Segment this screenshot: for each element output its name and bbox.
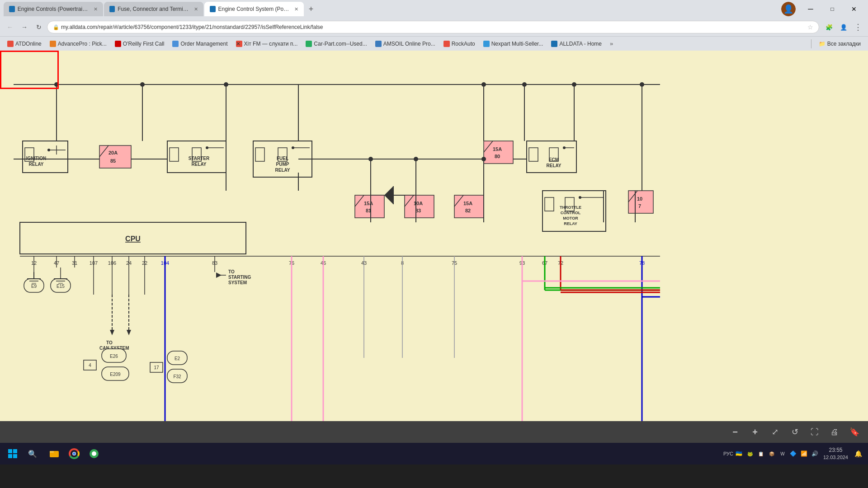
back-button[interactable]: ← xyxy=(4,21,16,33)
volume-icon[interactable]: 🔊 xyxy=(811,449,820,458)
bookmark-advancepro-icon xyxy=(50,41,56,47)
bookmark-amsoil-icon xyxy=(375,41,382,47)
url-text: my.alldata.com/repair/#/article/63756/co… xyxy=(61,24,806,30)
tab-1-label: Engine Controls (Powertrain M... xyxy=(18,6,89,12)
svg-point-33 xyxy=(292,146,294,149)
extensions-button[interactable]: 🧩 xyxy=(823,21,835,33)
user-avatar[interactable]: 👤 xyxy=(781,2,796,16)
address-bar: ← → ↻ 🔒 my.alldata.com/repair/#/article/… xyxy=(0,18,868,36)
fullscreen-button[interactable]: ⛶ xyxy=(808,426,821,438)
svg-point-184 xyxy=(481,157,486,161)
start-button[interactable] xyxy=(4,445,22,463)
svg-rect-189 xyxy=(13,454,17,458)
svg-text:E2: E2 xyxy=(175,356,180,361)
bookmark-amsoil[interactable]: AMSOIL Online Pro... xyxy=(372,40,439,48)
url-bar[interactable]: 🔒 my.alldata.com/repair/#/article/63756/… xyxy=(47,21,819,33)
language-indicator[interactable]: РУС xyxy=(724,449,733,458)
fit-button[interactable]: ⤢ xyxy=(769,426,781,438)
save-button[interactable]: 🔖 xyxy=(848,426,861,438)
svg-rect-186 xyxy=(8,449,12,453)
tab-2-label: Fuse, Connector and Terminal A... xyxy=(118,6,189,12)
bookmark-alldata[interactable]: ALLDATA - Home xyxy=(547,40,605,48)
toolbar-icons: 🧩 👤 ⋮ xyxy=(823,21,864,33)
rotate-button[interactable]: ↺ xyxy=(788,426,801,438)
tab-2-close[interactable]: ✕ xyxy=(194,6,198,12)
profile-button[interactable]: 👤 xyxy=(837,21,850,33)
bookmark-atdonline[interactable]: ATDOnline xyxy=(4,40,45,48)
bookmark-xitfm[interactable]: ✕ Хіт FM — слухати п... xyxy=(232,40,302,48)
tab-3-close[interactable]: ✕ xyxy=(294,6,298,12)
svg-text:RELAY: RELAY xyxy=(547,163,561,168)
bookmark-carpart[interactable]: Car-Part.com--Used... xyxy=(302,40,370,48)
svg-text:E26: E26 xyxy=(110,354,118,359)
minimize-button[interactable]: ─ xyxy=(800,2,821,16)
print-button[interactable]: 🖨 xyxy=(828,426,841,438)
bookmark-oreilly-icon xyxy=(115,41,121,47)
taskbar-file-explorer[interactable] xyxy=(45,445,63,463)
svg-rect-41 xyxy=(484,141,513,164)
svg-text:E9: E9 xyxy=(31,284,37,289)
bookmark-rockauto[interactable]: RockAuto xyxy=(440,40,479,48)
close-button[interactable]: ✕ xyxy=(844,2,864,16)
svg-text:10: 10 xyxy=(637,196,642,202)
svg-text:MOTOR: MOTOR xyxy=(563,216,578,221)
bookmarks-more-button[interactable]: » xyxy=(607,39,616,48)
svg-text:CPU: CPU xyxy=(125,235,141,243)
tab-1-close[interactable]: ✕ xyxy=(94,6,98,12)
bookmark-advancepro[interactable]: AdvancePro : Pick... xyxy=(46,40,110,48)
svg-text:SYSTEM: SYSTEM xyxy=(228,280,247,285)
taskbar-chrome[interactable] xyxy=(65,445,83,463)
bookmark-oreilly[interactable]: O'Reilly First Call xyxy=(111,40,168,48)
wiring-diagram: IGNITION RELAY 20A 85 STARTER RELAY FUEL… xyxy=(0,51,868,443)
tray-icon-3[interactable]: 📋 xyxy=(756,449,765,458)
network-icon[interactable]: 📶 xyxy=(800,449,809,458)
bookmarks-folder-button[interactable]: 📁 Все закладки xyxy=(815,40,864,48)
new-tab-button[interactable]: + xyxy=(305,3,317,15)
forward-button[interactable]: → xyxy=(18,21,31,33)
tab-2-favicon xyxy=(109,6,115,12)
bookmark-order[interactable]: Order Management xyxy=(169,40,231,48)
tray-icon-4[interactable]: 📦 xyxy=(767,449,776,458)
bookmark-xitfm-icon: ✕ xyxy=(236,41,242,47)
tab-3[interactable]: Engine Control System (Powert... ✕ xyxy=(204,2,304,16)
svg-text:RELAY: RELAY xyxy=(564,221,577,226)
svg-point-182 xyxy=(368,157,373,161)
main-content: IPDM E/R (INT DISTRIBUTION ✕ E77 E78 IGN… xyxy=(0,51,868,443)
svg-text:STARTING: STARTING xyxy=(228,275,251,280)
svg-text:F32: F32 xyxy=(173,374,181,379)
bookmarks-bar: ATDOnline AdvancePro : Pick... O'Reilly … xyxy=(0,36,868,51)
notification-button[interactable]: 🔔 xyxy=(852,447,864,460)
zoom-in-button[interactable]: + xyxy=(749,426,761,438)
svg-text:15A: 15A xyxy=(463,201,472,206)
taskbar-clock[interactable]: 23:55 12.03.2024 xyxy=(823,446,848,461)
svg-rect-56 xyxy=(355,195,384,218)
bookmark-order-icon xyxy=(172,41,179,47)
svg-rect-52 xyxy=(454,195,484,218)
bookmark-nexpart[interactable]: Nexpart Multi-Seller... xyxy=(480,40,547,48)
taskbar-chrome2[interactable] xyxy=(85,445,103,463)
svg-text:RELAY: RELAY xyxy=(192,162,207,167)
tray-icon-5[interactable]: W xyxy=(778,449,787,458)
divider xyxy=(811,39,811,48)
svg-point-194 xyxy=(73,452,75,455)
tab-1[interactable]: Engine Controls (Powertrain M... ✕ xyxy=(4,2,103,16)
taskbar-date-display: 12.03.2024 xyxy=(823,454,848,461)
tray-icon-2[interactable]: 🐸 xyxy=(745,449,755,458)
tray-icon-1[interactable]: 🇺🇦 xyxy=(735,449,744,458)
bookmark-carpart-label: Car-Part.com--Used... xyxy=(314,41,367,47)
bluetooth-icon[interactable]: 🔷 xyxy=(789,449,798,458)
tab-1-favicon xyxy=(9,6,15,12)
bookmark-advancepro-label: AdvancePro : Pick... xyxy=(58,41,107,47)
menu-button[interactable]: ⋮ xyxy=(852,21,864,33)
lock-icon: 🔒 xyxy=(53,24,59,30)
svg-text:82: 82 xyxy=(465,208,471,213)
bookmark-xitfm-label: Хіт FM — слухати п... xyxy=(244,41,298,47)
refresh-button[interactable]: ↻ xyxy=(33,21,45,33)
taskbar-system-icons: РУС 🇺🇦 🐸 📋 📦 W 🔷 📶 🔊 xyxy=(724,449,820,458)
zoom-out-button[interactable]: − xyxy=(729,426,741,438)
tab-2[interactable]: Fuse, Connector and Terminal A... ✕ xyxy=(104,2,203,16)
taskbar-search-button[interactable]: 🔍 xyxy=(24,445,42,463)
svg-text:ECM: ECM xyxy=(549,157,559,162)
svg-rect-187 xyxy=(13,449,17,453)
maximize-button[interactable]: □ xyxy=(822,2,843,16)
